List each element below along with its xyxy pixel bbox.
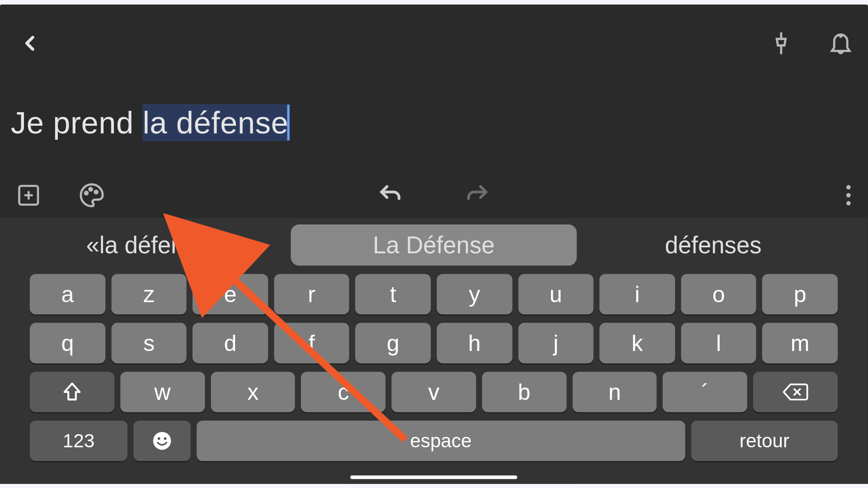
app-header bbox=[0, 5, 868, 82]
key-t[interactable]: t bbox=[355, 274, 431, 315]
palette-icon bbox=[79, 182, 105, 208]
suggestion-left[interactable]: «la défense» bbox=[36, 225, 273, 264]
shift-icon bbox=[61, 381, 83, 403]
emoji-icon bbox=[151, 430, 173, 451]
key-backspace[interactable] bbox=[753, 372, 838, 412]
key-a[interactable]: a bbox=[30, 274, 105, 315]
key-n[interactable]: n bbox=[572, 372, 657, 412]
note-text-plain: Je prend bbox=[11, 105, 143, 140]
key-q[interactable]: q bbox=[30, 323, 105, 364]
suggestion-row: «la défense» La Défense défenses bbox=[0, 218, 868, 272]
suggestion-right[interactable]: défenses bbox=[594, 225, 832, 264]
more-icon bbox=[845, 183, 852, 207]
pin-icon bbox=[768, 30, 794, 57]
svg-point-9 bbox=[846, 193, 851, 198]
key-d[interactable]: d bbox=[193, 323, 268, 364]
svg-point-6 bbox=[90, 188, 92, 191]
key-l[interactable]: l bbox=[681, 323, 756, 364]
add-box-icon bbox=[16, 183, 41, 208]
key-row-3: w x c v b n ´ bbox=[30, 372, 838, 412]
key-return[interactable]: retour bbox=[691, 421, 838, 461]
back-icon bbox=[18, 31, 42, 55]
key-emoji[interactable] bbox=[133, 421, 190, 461]
on-screen-keyboard: «la défense» La Défense défenses a z e r… bbox=[0, 218, 868, 484]
suggestion-center[interactable]: La Défense bbox=[291, 224, 577, 265]
key-numeric[interactable]: 123 bbox=[30, 421, 127, 461]
key-v[interactable]: v bbox=[392, 372, 476, 412]
key-k[interactable]: k bbox=[599, 323, 675, 364]
format-toolbar bbox=[0, 175, 868, 216]
key-z[interactable]: z bbox=[111, 274, 187, 315]
svg-point-8 bbox=[846, 185, 851, 190]
backspace-icon bbox=[782, 382, 809, 402]
key-e[interactable]: e bbox=[193, 274, 268, 315]
key-h[interactable]: h bbox=[437, 323, 512, 364]
add-box-button[interactable] bbox=[12, 179, 45, 212]
key-c[interactable]: c bbox=[301, 372, 386, 412]
bell-icon bbox=[828, 30, 854, 57]
key-m[interactable]: m bbox=[762, 323, 838, 364]
key-u[interactable]: u bbox=[518, 274, 594, 315]
key-space[interactable]: espace bbox=[197, 421, 685, 461]
key-accent[interactable]: ´ bbox=[663, 372, 747, 412]
key-row-2: q s d f g h j k l m bbox=[30, 323, 838, 364]
svg-point-14 bbox=[157, 437, 160, 440]
redo-button[interactable] bbox=[461, 179, 494, 212]
undo-button[interactable] bbox=[373, 179, 407, 212]
key-row-4: 123 espace retour bbox=[30, 421, 838, 461]
key-f[interactable]: f bbox=[274, 323, 349, 364]
home-indicator[interactable] bbox=[350, 475, 517, 479]
key-x[interactable]: x bbox=[211, 372, 295, 412]
key-row-1: a z e r t y u i o p bbox=[30, 274, 838, 315]
svg-point-5 bbox=[85, 192, 88, 194]
key-p[interactable]: p bbox=[762, 274, 838, 315]
back-button[interactable] bbox=[12, 25, 47, 61]
reminder-button[interactable] bbox=[826, 28, 856, 58]
note-body[interactable]: Je prend la défense bbox=[11, 104, 857, 143]
svg-point-13 bbox=[153, 432, 171, 450]
key-r[interactable]: r bbox=[274, 274, 349, 315]
key-shift[interactable] bbox=[30, 372, 114, 412]
key-g[interactable]: g bbox=[355, 323, 431, 364]
svg-point-7 bbox=[95, 191, 98, 194]
palette-button[interactable] bbox=[75, 179, 108, 212]
key-j[interactable]: j bbox=[518, 323, 594, 364]
svg-point-10 bbox=[846, 201, 851, 206]
key-o[interactable]: o bbox=[681, 274, 756, 315]
key-b[interactable]: b bbox=[482, 372, 566, 412]
key-s[interactable]: s bbox=[111, 323, 187, 364]
more-button[interactable] bbox=[832, 179, 865, 212]
redo-icon bbox=[464, 182, 491, 208]
note-text-selected: la défense bbox=[142, 104, 288, 141]
svg-point-15 bbox=[164, 437, 166, 440]
key-i[interactable]: i bbox=[599, 274, 675, 315]
key-y[interactable]: y bbox=[437, 274, 512, 315]
pin-button[interactable] bbox=[766, 28, 796, 58]
text-cursor bbox=[288, 105, 290, 141]
undo-icon bbox=[377, 182, 403, 208]
key-w[interactable]: w bbox=[120, 372, 205, 412]
